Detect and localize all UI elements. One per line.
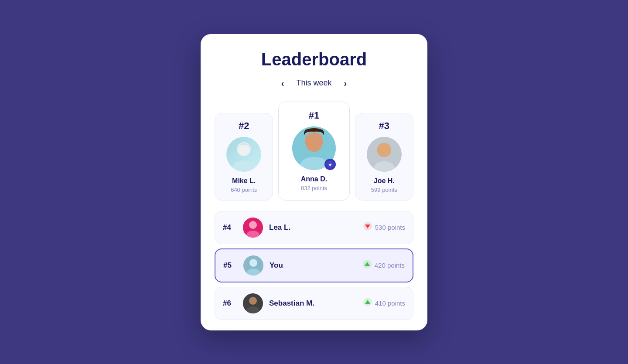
podium-section: #2 Mike L. 640 points #1 bbox=[215, 102, 413, 201]
avatar-mike bbox=[226, 137, 261, 172]
points-joe: 599 points bbox=[371, 187, 397, 193]
week-navigation: ‹ This week › bbox=[215, 77, 413, 89]
rank-2nd: #2 bbox=[239, 120, 249, 132]
points-sebastian: 410 points bbox=[375, 299, 405, 307]
page-title: Leaderboard bbox=[215, 50, 413, 69]
list-section: #4 Lea L. 530 points bbox=[215, 211, 413, 320]
avatar-you bbox=[243, 255, 263, 276]
name-you: You bbox=[270, 261, 356, 270]
svg-point-12 bbox=[249, 221, 257, 229]
week-label: This week bbox=[296, 78, 331, 88]
podium-item-3rd: #3 Joe H. 599 points bbox=[355, 113, 413, 201]
svg-point-17 bbox=[249, 259, 257, 267]
avatar-lea bbox=[243, 218, 263, 238]
svg-text:★: ★ bbox=[328, 163, 332, 167]
svg-point-22 bbox=[249, 297, 257, 305]
svg-point-1 bbox=[232, 160, 255, 172]
avatar-sebastian bbox=[243, 293, 263, 313]
trend-lea: 530 points bbox=[363, 221, 405, 233]
next-week-button[interactable]: › bbox=[341, 77, 351, 89]
rank-lea: #4 bbox=[223, 223, 237, 232]
rank-1st: #1 bbox=[309, 110, 319, 121]
trend-you: 420 points bbox=[362, 259, 405, 271]
rank-3rd: #3 bbox=[379, 120, 389, 132]
trend-down-icon bbox=[363, 221, 372, 233]
rank-you: #5 bbox=[223, 261, 237, 270]
points-you: 420 points bbox=[375, 262, 405, 269]
points-anna: 832 points bbox=[301, 185, 327, 191]
trend-up-icon-sebastian bbox=[363, 297, 372, 309]
points-lea: 530 points bbox=[375, 224, 405, 231]
name-lea: Lea L. bbox=[269, 223, 357, 232]
name-mike: Mike L. bbox=[232, 177, 256, 185]
name-anna: Anna D. bbox=[301, 175, 327, 183]
avatar-joe bbox=[367, 137, 402, 172]
list-row-4: #4 Lea L. 530 points bbox=[215, 211, 413, 244]
avatar-wrap-anna: ★ bbox=[292, 126, 336, 170]
prev-week-button[interactable]: ‹ bbox=[278, 77, 288, 89]
trend-up-icon-you bbox=[362, 259, 372, 271]
avatar-wrap-mike bbox=[226, 137, 261, 172]
avatar-wrap-joe bbox=[367, 137, 402, 172]
rank-sebastian: #6 bbox=[223, 299, 237, 308]
badge-icon-anna: ★ bbox=[324, 159, 336, 170]
list-row-6: #6 Sebastian M. 410 points bbox=[215, 287, 413, 320]
points-mike: 640 points bbox=[231, 187, 257, 193]
podium-item-1st: #1 ★ Anna bbox=[278, 102, 349, 201]
name-sebastian: Sebastian M. bbox=[269, 299, 357, 308]
name-joe: Joe H. bbox=[374, 177, 395, 185]
leaderboard-card: Leaderboard ‹ This week › #2 Mike L. 640… bbox=[201, 34, 427, 330]
list-row-5: #5 You 420 points bbox=[215, 248, 413, 282]
podium-item-2nd: #2 Mike L. 640 points bbox=[215, 113, 273, 201]
trend-sebastian: 410 points bbox=[363, 297, 405, 309]
